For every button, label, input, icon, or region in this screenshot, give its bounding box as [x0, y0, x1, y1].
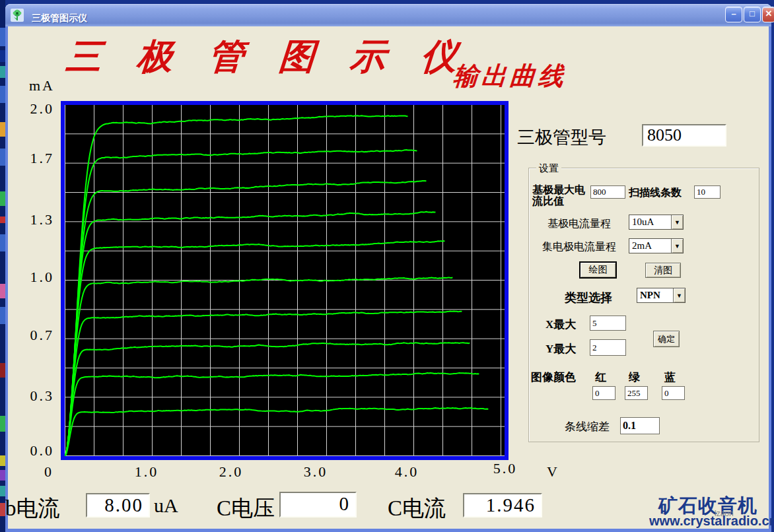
settings-groupbox — [528, 168, 759, 442]
type-select-label: 类型选择 — [565, 290, 612, 306]
chevron-down-icon[interactable]: ▼ — [671, 215, 683, 229]
settings-group-title: 设置 — [536, 162, 561, 175]
chevron-down-icon[interactable]: ▼ — [673, 288, 685, 302]
collector-current-range-value: 2mA — [629, 240, 671, 251]
maximize-button[interactable]: □ — [744, 7, 761, 22]
x-tick: 2.0 — [219, 463, 244, 481]
x-tick: 5.0 — [493, 460, 518, 477]
desktop-icons-strip — [0, 0, 5, 532]
y-max-input[interactable] — [590, 339, 626, 356]
c-current-label: C电流 — [388, 494, 446, 523]
c-current-field: 1.946 — [463, 493, 542, 517]
x-tick: 4.0 — [395, 463, 419, 481]
minimize-button[interactable]: – — [725, 7, 742, 22]
image-color-label: 图像颜色 — [531, 370, 576, 385]
y-tick: 0.3 — [16, 387, 54, 405]
green-input[interactable] — [625, 386, 648, 400]
watermark-url: www.crystalradio.cn — [649, 514, 774, 529]
banner-title: 三 极 管 图 示 仪 — [64, 33, 472, 81]
line-shrink-input[interactable] — [620, 417, 660, 434]
b-current-field: 8.00 — [86, 493, 150, 517]
close-button[interactable]: ✕ — [762, 7, 774, 22]
confirm-button[interactable]: 确定 — [653, 331, 680, 347]
model-input[interactable] — [642, 124, 726, 147]
model-label: 三极管型号 — [517, 125, 606, 149]
banner-subtitle: 输出曲线 — [452, 59, 568, 93]
x-max-label: X最大 — [545, 317, 576, 332]
type-select[interactable]: NPN ▼ — [637, 288, 686, 303]
red-input[interactable] — [592, 386, 616, 400]
collector-current-range-select[interactable]: 2mA ▼ — [629, 238, 684, 253]
collector-current-range-label: 集电极电流量程 — [542, 240, 616, 254]
y-tick: 1.7 — [16, 150, 54, 167]
screen: 三极管图示仪 – □ ✕ 三 极 管 图 示 仪 输出曲线 mA 2.0 1.7… — [0, 0, 774, 532]
x-tick: 3.0 — [304, 463, 328, 481]
curve-canvas — [65, 105, 505, 456]
c-voltage-label: C电压 — [217, 494, 275, 523]
y-tick: 0.0 — [16, 442, 54, 459]
draw-button[interactable]: 绘图 — [579, 261, 617, 279]
x-max-input[interactable] — [590, 316, 626, 331]
x-axis-unit: V — [547, 463, 559, 481]
y-tick: 1.3 — [16, 211, 54, 228]
red-label: 红 — [595, 370, 606, 385]
line-shrink-label: 条线缩差 — [565, 419, 610, 434]
y-tick: 2.0 — [16, 100, 54, 117]
blue-input[interactable] — [662, 386, 685, 400]
c-voltage-field: 0 — [279, 492, 357, 517]
type-select-value: NPN — [637, 290, 673, 301]
scan-lines-label: 扫描线条数 — [629, 186, 682, 200]
b-current-unit: uA — [154, 494, 178, 517]
base-max-ratio-label: 基极最大电流比值 — [532, 184, 589, 207]
base-current-range-select[interactable]: 10uA ▼ — [629, 215, 684, 230]
blue-label: 蓝 — [664, 370, 676, 385]
base-current-range-label: 基极电流量程 — [547, 217, 611, 231]
window-title: 三极管图示仪 — [32, 13, 87, 24]
base-current-range-value: 10uA — [629, 216, 671, 228]
green-label: 绿 — [629, 370, 640, 385]
y-tick: 1.0 — [16, 269, 54, 286]
clear-button[interactable]: 清图 — [645, 263, 681, 278]
x-tick: 1.0 — [135, 463, 159, 481]
y-axis-unit: mA — [29, 77, 55, 94]
base-max-ratio-input[interactable] — [590, 185, 625, 199]
x-tick: 0 — [44, 463, 53, 481]
title-bar[interactable]: 三极管图示仪 — [5, 4, 771, 26]
app-icon — [11, 9, 24, 22]
y-max-label: Y最大 — [545, 341, 576, 356]
scan-lines-input[interactable] — [694, 185, 721, 199]
y-tick: 0.7 — [16, 327, 54, 344]
b-current-label: b电流 — [5, 494, 60, 523]
chevron-down-icon[interactable]: ▼ — [671, 239, 683, 253]
